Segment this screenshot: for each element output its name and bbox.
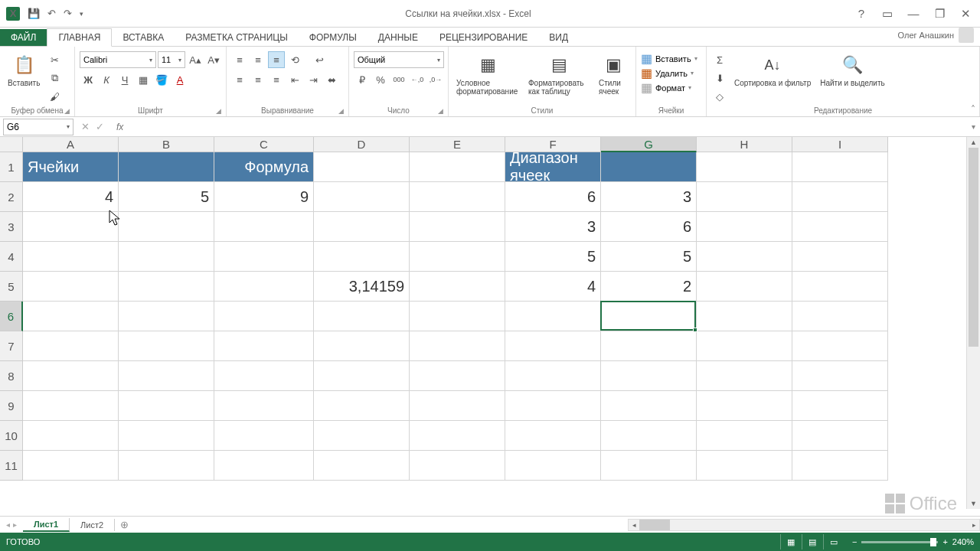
maximize-icon[interactable]: ❐	[931, 7, 948, 21]
italic-icon[interactable]: К	[98, 71, 115, 88]
cell[interactable]	[792, 152, 888, 182]
decrease-decimal-icon[interactable]: ,0→	[427, 71, 444, 88]
cell[interactable]	[23, 421, 119, 451]
enter-formula-icon[interactable]: ✓	[96, 121, 104, 132]
format-as-table-button[interactable]: ▤Форматировать как таблицу	[525, 51, 593, 97]
help-icon[interactable]: ?	[853, 7, 870, 20]
cell[interactable]	[410, 331, 505, 361]
cell[interactable]: Ячейки	[23, 152, 119, 182]
cell[interactable]	[214, 331, 314, 361]
cell[interactable]	[410, 302, 505, 331]
column-header[interactable]: D	[314, 137, 410, 152]
cell[interactable]	[697, 302, 792, 331]
name-box[interactable]: G6▾	[3, 119, 74, 135]
horizontal-scrollbar[interactable]: ◂ ▸	[628, 519, 980, 531]
tab-view[interactable]: ВИД	[538, 29, 579, 46]
cell[interactable]	[214, 391, 314, 421]
cell[interactable]	[23, 361, 119, 391]
cell[interactable]	[697, 451, 792, 481]
align-center-icon[interactable]: ≡	[250, 71, 266, 88]
cell[interactable]	[505, 391, 601, 421]
dialog-launcher-icon[interactable]: ◢	[64, 107, 70, 115]
insert-cells-icon[interactable]: ▦	[641, 51, 652, 66]
copy-icon[interactable]: ⧉	[46, 70, 63, 86]
fill-color-icon[interactable]: 🪣	[153, 71, 170, 88]
fx-icon[interactable]: fx	[112, 122, 128, 132]
cell[interactable]	[314, 331, 410, 361]
cell[interactable]	[792, 391, 888, 421]
underline-icon[interactable]: Ч	[116, 71, 133, 88]
cell[interactable]: 4	[505, 272, 601, 302]
autosum-icon[interactable]: Σ	[711, 51, 728, 68]
sheet-tab-1[interactable]: Лист1	[23, 518, 70, 532]
find-select-button[interactable]: 🔍Найти и выделить	[817, 51, 887, 89]
row-header[interactable]: 10	[0, 421, 23, 451]
scroll-thumb[interactable]	[969, 148, 978, 347]
cell[interactable]	[792, 272, 888, 302]
redo-icon[interactable]: ↷	[64, 8, 72, 19]
cell[interactable]: 4	[23, 182, 119, 212]
clear-icon[interactable]: ◇	[711, 88, 728, 105]
expand-formula-bar-icon[interactable]: ▾	[966, 122, 980, 131]
cell[interactable]	[23, 212, 119, 242]
column-header[interactable]: E	[410, 137, 505, 152]
cell[interactable]	[505, 421, 601, 451]
column-header[interactable]: I	[792, 137, 888, 152]
ribbon-options-icon[interactable]: ▭	[879, 7, 896, 21]
cell[interactable]	[697, 391, 792, 421]
row-header[interactable]: 9	[0, 391, 23, 421]
cell[interactable]	[23, 302, 119, 331]
cell[interactable]	[792, 361, 888, 391]
accounting-icon[interactable]: ₽	[354, 71, 371, 88]
cell[interactable]	[314, 302, 410, 331]
cell[interactable]	[601, 152, 697, 182]
cell[interactable]	[410, 182, 505, 212]
cell[interactable]: 5	[119, 182, 214, 212]
decrease-indent-icon[interactable]: ⇤	[286, 71, 303, 88]
cell-styles-button[interactable]: ▣Стили ячеек	[596, 51, 631, 97]
cell[interactable]	[601, 361, 697, 391]
cell[interactable]: 5	[601, 242, 697, 272]
view-normal-icon[interactable]: ▦	[780, 534, 802, 549]
orientation-icon[interactable]: ⟲	[286, 51, 303, 68]
align-left-icon[interactable]: ≡	[231, 71, 248, 88]
column-header[interactable]: F	[505, 137, 601, 152]
cell[interactable]	[697, 182, 792, 212]
cell[interactable]	[314, 212, 410, 242]
cut-icon[interactable]: ✂	[46, 51, 63, 68]
row-header[interactable]: 7	[0, 331, 23, 361]
cell[interactable]	[314, 451, 410, 481]
format-cells-button[interactable]: Формат	[655, 83, 685, 93]
cell[interactable]	[505, 361, 601, 391]
cell[interactable]	[23, 451, 119, 481]
minimize-icon[interactable]: —	[905, 7, 922, 20]
delete-cells-icon[interactable]: ▦	[641, 66, 652, 80]
cell[interactable]: 9	[214, 182, 314, 212]
row-header[interactable]: 3	[0, 212, 23, 242]
dialog-launcher-icon[interactable]: ◢	[338, 107, 344, 115]
bold-icon[interactable]: Ж	[80, 71, 96, 88]
format-cells-icon[interactable]: ▦	[641, 80, 652, 95]
format-painter-icon[interactable]: 🖌	[46, 88, 63, 105]
paste-button[interactable]: 📋 Вставить	[5, 51, 43, 89]
sheet-nav-prev-icon[interactable]: ◂	[6, 520, 10, 529]
wrap-text-icon[interactable]: ↩	[311, 51, 328, 68]
cell[interactable]	[314, 361, 410, 391]
scroll-thumb[interactable]	[639, 520, 670, 530]
dialog-launcher-icon[interactable]: ◢	[438, 107, 443, 115]
cell[interactable]	[119, 361, 214, 391]
column-header[interactable]: A	[23, 137, 119, 152]
cell[interactable]	[119, 152, 214, 182]
cell[interactable]	[214, 421, 314, 451]
undo-icon[interactable]: ↶	[47, 8, 56, 19]
cell[interactable]: Формула	[214, 152, 314, 182]
save-icon[interactable]: 💾	[28, 8, 40, 19]
scroll-right-icon[interactable]: ▸	[969, 521, 979, 529]
conditional-formatting-button[interactable]: ▦Условное форматирование	[453, 51, 522, 97]
insert-cells-button[interactable]: Вставить	[655, 54, 691, 64]
cell[interactable]	[214, 212, 314, 242]
decrease-font-icon[interactable]: A▾	[205, 51, 222, 68]
cell[interactable]	[601, 421, 697, 451]
column-header[interactable]: G	[601, 137, 697, 152]
cell[interactable]	[792, 331, 888, 361]
